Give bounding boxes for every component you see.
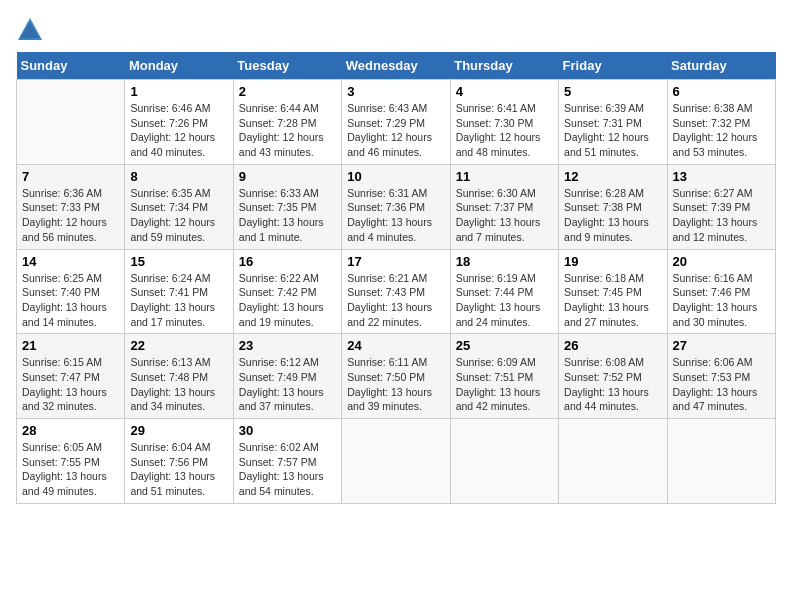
day-number: 28	[22, 423, 119, 438]
day-number: 9	[239, 169, 336, 184]
calendar-week-2: 7Sunrise: 6:36 AMSunset: 7:33 PMDaylight…	[17, 164, 776, 249]
calendar-cell: 16Sunrise: 6:22 AMSunset: 7:42 PMDayligh…	[233, 249, 341, 334]
day-info: Sunrise: 6:06 AMSunset: 7:53 PMDaylight:…	[673, 355, 770, 414]
day-info: Sunrise: 6:25 AMSunset: 7:40 PMDaylight:…	[22, 271, 119, 330]
calendar-cell: 19Sunrise: 6:18 AMSunset: 7:45 PMDayligh…	[559, 249, 667, 334]
day-number: 30	[239, 423, 336, 438]
calendar-week-5: 28Sunrise: 6:05 AMSunset: 7:55 PMDayligh…	[17, 419, 776, 504]
day-number: 16	[239, 254, 336, 269]
day-info: Sunrise: 6:04 AMSunset: 7:56 PMDaylight:…	[130, 440, 227, 499]
day-info: Sunrise: 6:24 AMSunset: 7:41 PMDaylight:…	[130, 271, 227, 330]
day-info: Sunrise: 6:30 AMSunset: 7:37 PMDaylight:…	[456, 186, 553, 245]
logo-icon	[16, 16, 44, 44]
calendar-cell	[342, 419, 450, 504]
day-info: Sunrise: 6:28 AMSunset: 7:38 PMDaylight:…	[564, 186, 661, 245]
calendar-cell: 2Sunrise: 6:44 AMSunset: 7:28 PMDaylight…	[233, 80, 341, 165]
calendar-week-1: 1Sunrise: 6:46 AMSunset: 7:26 PMDaylight…	[17, 80, 776, 165]
day-info: Sunrise: 6:38 AMSunset: 7:32 PMDaylight:…	[673, 101, 770, 160]
day-number: 2	[239, 84, 336, 99]
day-number: 24	[347, 338, 444, 353]
calendar-cell: 15Sunrise: 6:24 AMSunset: 7:41 PMDayligh…	[125, 249, 233, 334]
calendar-cell: 18Sunrise: 6:19 AMSunset: 7:44 PMDayligh…	[450, 249, 558, 334]
calendar-cell: 26Sunrise: 6:08 AMSunset: 7:52 PMDayligh…	[559, 334, 667, 419]
calendar-cell: 7Sunrise: 6:36 AMSunset: 7:33 PMDaylight…	[17, 164, 125, 249]
day-info: Sunrise: 6:33 AMSunset: 7:35 PMDaylight:…	[239, 186, 336, 245]
calendar-cell: 21Sunrise: 6:15 AMSunset: 7:47 PMDayligh…	[17, 334, 125, 419]
day-number: 4	[456, 84, 553, 99]
day-info: Sunrise: 6:16 AMSunset: 7:46 PMDaylight:…	[673, 271, 770, 330]
svg-marker-1	[20, 22, 40, 38]
day-number: 8	[130, 169, 227, 184]
calendar-header-row: SundayMondayTuesdayWednesdayThursdayFrid…	[17, 52, 776, 80]
day-number: 18	[456, 254, 553, 269]
day-number: 21	[22, 338, 119, 353]
calendar-cell	[17, 80, 125, 165]
day-number: 3	[347, 84, 444, 99]
day-info: Sunrise: 6:02 AMSunset: 7:57 PMDaylight:…	[239, 440, 336, 499]
calendar-cell: 22Sunrise: 6:13 AMSunset: 7:48 PMDayligh…	[125, 334, 233, 419]
logo	[16, 16, 48, 44]
day-number: 17	[347, 254, 444, 269]
calendar-cell: 10Sunrise: 6:31 AMSunset: 7:36 PMDayligh…	[342, 164, 450, 249]
calendar-cell: 24Sunrise: 6:11 AMSunset: 7:50 PMDayligh…	[342, 334, 450, 419]
header-day-sunday: Sunday	[17, 52, 125, 80]
calendar-cell	[450, 419, 558, 504]
day-number: 13	[673, 169, 770, 184]
calendar-cell: 17Sunrise: 6:21 AMSunset: 7:43 PMDayligh…	[342, 249, 450, 334]
day-number: 6	[673, 84, 770, 99]
day-number: 7	[22, 169, 119, 184]
header-day-tuesday: Tuesday	[233, 52, 341, 80]
day-number: 19	[564, 254, 661, 269]
header	[16, 16, 776, 44]
day-number: 15	[130, 254, 227, 269]
day-info: Sunrise: 6:36 AMSunset: 7:33 PMDaylight:…	[22, 186, 119, 245]
calendar-cell: 8Sunrise: 6:35 AMSunset: 7:34 PMDaylight…	[125, 164, 233, 249]
day-info: Sunrise: 6:11 AMSunset: 7:50 PMDaylight:…	[347, 355, 444, 414]
day-number: 14	[22, 254, 119, 269]
day-number: 22	[130, 338, 227, 353]
calendar-cell: 4Sunrise: 6:41 AMSunset: 7:30 PMDaylight…	[450, 80, 558, 165]
calendar-cell: 27Sunrise: 6:06 AMSunset: 7:53 PMDayligh…	[667, 334, 775, 419]
header-day-thursday: Thursday	[450, 52, 558, 80]
calendar-cell: 9Sunrise: 6:33 AMSunset: 7:35 PMDaylight…	[233, 164, 341, 249]
day-number: 26	[564, 338, 661, 353]
day-info: Sunrise: 6:15 AMSunset: 7:47 PMDaylight:…	[22, 355, 119, 414]
day-info: Sunrise: 6:41 AMSunset: 7:30 PMDaylight:…	[456, 101, 553, 160]
day-info: Sunrise: 6:39 AMSunset: 7:31 PMDaylight:…	[564, 101, 661, 160]
day-number: 11	[456, 169, 553, 184]
day-info: Sunrise: 6:08 AMSunset: 7:52 PMDaylight:…	[564, 355, 661, 414]
day-info: Sunrise: 6:44 AMSunset: 7:28 PMDaylight:…	[239, 101, 336, 160]
calendar-cell: 14Sunrise: 6:25 AMSunset: 7:40 PMDayligh…	[17, 249, 125, 334]
day-number: 27	[673, 338, 770, 353]
calendar-body: 1Sunrise: 6:46 AMSunset: 7:26 PMDaylight…	[17, 80, 776, 504]
day-info: Sunrise: 6:18 AMSunset: 7:45 PMDaylight:…	[564, 271, 661, 330]
calendar-week-3: 14Sunrise: 6:25 AMSunset: 7:40 PMDayligh…	[17, 249, 776, 334]
calendar-cell: 28Sunrise: 6:05 AMSunset: 7:55 PMDayligh…	[17, 419, 125, 504]
day-number: 1	[130, 84, 227, 99]
calendar-cell: 1Sunrise: 6:46 AMSunset: 7:26 PMDaylight…	[125, 80, 233, 165]
day-number: 25	[456, 338, 553, 353]
day-number: 23	[239, 338, 336, 353]
day-info: Sunrise: 6:43 AMSunset: 7:29 PMDaylight:…	[347, 101, 444, 160]
calendar-cell: 13Sunrise: 6:27 AMSunset: 7:39 PMDayligh…	[667, 164, 775, 249]
calendar-cell: 23Sunrise: 6:12 AMSunset: 7:49 PMDayligh…	[233, 334, 341, 419]
header-day-saturday: Saturday	[667, 52, 775, 80]
day-info: Sunrise: 6:19 AMSunset: 7:44 PMDaylight:…	[456, 271, 553, 330]
day-number: 10	[347, 169, 444, 184]
calendar-cell: 12Sunrise: 6:28 AMSunset: 7:38 PMDayligh…	[559, 164, 667, 249]
day-number: 29	[130, 423, 227, 438]
day-info: Sunrise: 6:05 AMSunset: 7:55 PMDaylight:…	[22, 440, 119, 499]
calendar-table: SundayMondayTuesdayWednesdayThursdayFrid…	[16, 52, 776, 504]
day-number: 20	[673, 254, 770, 269]
day-info: Sunrise: 6:22 AMSunset: 7:42 PMDaylight:…	[239, 271, 336, 330]
calendar-cell: 11Sunrise: 6:30 AMSunset: 7:37 PMDayligh…	[450, 164, 558, 249]
calendar-cell	[667, 419, 775, 504]
day-info: Sunrise: 6:31 AMSunset: 7:36 PMDaylight:…	[347, 186, 444, 245]
calendar-cell: 5Sunrise: 6:39 AMSunset: 7:31 PMDaylight…	[559, 80, 667, 165]
calendar-cell: 3Sunrise: 6:43 AMSunset: 7:29 PMDaylight…	[342, 80, 450, 165]
calendar-cell: 6Sunrise: 6:38 AMSunset: 7:32 PMDaylight…	[667, 80, 775, 165]
header-day-monday: Monday	[125, 52, 233, 80]
day-info: Sunrise: 6:12 AMSunset: 7:49 PMDaylight:…	[239, 355, 336, 414]
calendar-cell: 20Sunrise: 6:16 AMSunset: 7:46 PMDayligh…	[667, 249, 775, 334]
header-day-friday: Friday	[559, 52, 667, 80]
